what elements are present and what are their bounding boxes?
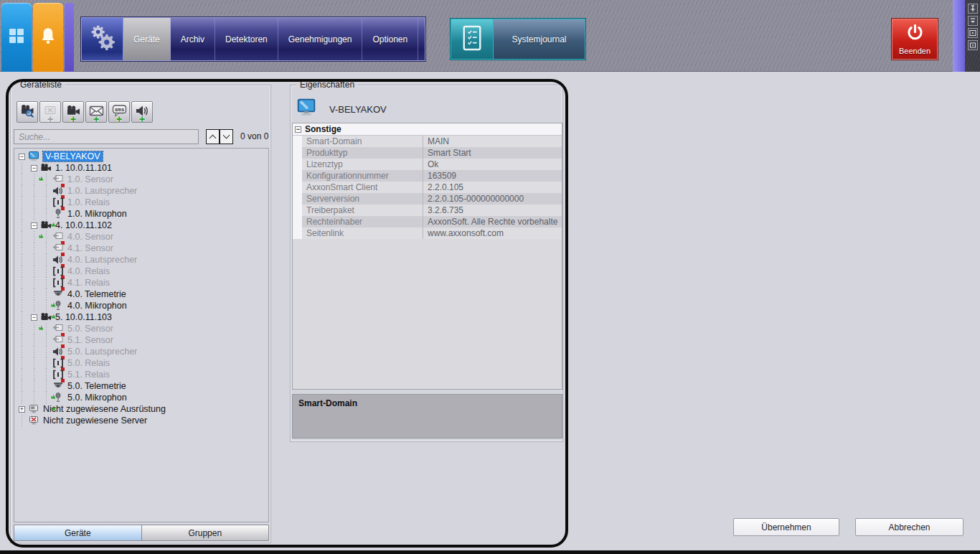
tree-item[interactable]: 4.0. Mikrophon	[14, 300, 268, 311]
tree-guide	[28, 208, 40, 220]
tree-item[interactable]: 5.0. Mikrophon	[14, 392, 268, 403]
cancel-button[interactable]: Abbrechen	[855, 518, 963, 536]
server-icon	[296, 98, 316, 120]
tree-item[interactable]: 5.1. Relais	[14, 369, 268, 380]
tab-filler	[418, 18, 425, 60]
bottom-tab-gruppen[interactable]: Gruppen	[142, 525, 270, 541]
tree-item[interactable]: 4.0. Telemetrie	[14, 288, 268, 300]
tree-item[interactable]: −1. 10.0.11.101	[14, 162, 268, 174]
camera-icon	[40, 312, 52, 322]
panel-small-icon[interactable]	[968, 40, 978, 50]
tree-item[interactable]: 5.0. Telemetrie	[14, 380, 268, 392]
tree-item[interactable]: 5.0. Sensor	[14, 323, 268, 334]
property-value[interactable]: MAIN	[423, 136, 562, 147]
tree-item[interactable]: 4.0. Relais	[14, 266, 268, 277]
tree-item[interactable]: 1.0. Sensor	[14, 174, 268, 185]
tree-item[interactable]: 5.0. Lautsprecher	[14, 346, 268, 357]
tree-item-label: 5. 10.0.11.103	[55, 312, 112, 322]
tree-item-label: 1.0. Lautsprecher	[67, 186, 137, 196]
property-value[interactable]: Ok	[423, 159, 562, 170]
expand-icon[interactable]: +	[16, 406, 28, 413]
tab-archiv[interactable]: Archiv	[171, 18, 215, 60]
property-value[interactable]: AxxonSoft. Alle Rechte vorbehalte	[423, 216, 562, 227]
collapse-group-icon[interactable]: −	[295, 126, 301, 133]
property-value[interactable]: 2.2.0.105	[423, 182, 562, 193]
property-value[interactable]: 163509	[423, 170, 562, 182]
tree-item[interactable]: 1.0. Lautsprecher	[14, 185, 268, 197]
add-email-button[interactable]: +	[85, 101, 107, 123]
sidebar-tab-alarms[interactable]	[33, 3, 63, 72]
tree-item-label: Nicht zugewiesene Server	[43, 416, 147, 426]
row-indent	[293, 193, 302, 205]
tree-item-label: 1.0. Mikrophon	[67, 209, 127, 219]
search-next-button[interactable]	[220, 129, 233, 144]
tree-item[interactable]: 4.1. Sensor	[14, 243, 268, 254]
property-label: AxxonSmart Client	[302, 182, 423, 193]
settings-gears-icon	[82, 18, 123, 60]
tree-item[interactable]: 1.0. Relais	[14, 197, 268, 208]
properties-panel: Eigenschaften V-BELYAKOV − Sonstige Smar…	[290, 85, 563, 442]
relay-icon	[52, 278, 64, 288]
tree-item[interactable]: 5.0. Relais	[14, 357, 268, 369]
add-camera-button[interactable]: +	[62, 101, 84, 123]
sidebar-tab-apps[interactable]	[1, 3, 32, 72]
bell-icon	[39, 27, 57, 48]
camera-lg-icon	[66, 105, 81, 119]
window-bottom-edge	[0, 550, 980, 554]
tree-item[interactable]: 4.1. Relais	[14, 277, 268, 288]
microphone-icon	[52, 301, 64, 311]
beenden-label: Beenden	[899, 47, 930, 55]
search-input[interactable]	[14, 129, 199, 144]
active-marker	[39, 228, 44, 233]
property-row: AxxonSmart Client2.2.0.105	[293, 182, 562, 193]
property-value[interactable]: www.axxonsoft.com	[423, 227, 562, 239]
device-list-title: Geräteliste	[17, 80, 65, 90]
tree-item[interactable]: Nicht zugewiesene Server	[14, 415, 268, 426]
device-tree: −V-BELYAKOV−1. 10.0.11.1011.0. Sensor1.0…	[14, 148, 269, 522]
property-group-header[interactable]: − Sonstige	[293, 123, 562, 136]
device-list-panel: Geräteliste +++sms++ 0 von 0 −V-BELYAKOV…	[10, 85, 271, 543]
tree-item[interactable]: −V-BELYAKOV	[14, 151, 268, 162]
tree-item[interactable]: 4.0. Lautsprecher	[14, 254, 268, 266]
pin-icon[interactable]	[968, 4, 978, 14]
sensor-icon	[52, 174, 64, 184]
search-row: 0 von 0	[14, 129, 269, 145]
property-value[interactable]: 2.2.0.105-000000000000	[423, 193, 562, 205]
tree-guide	[16, 357, 28, 369]
tree-guide	[16, 380, 28, 392]
property-value[interactable]: Smart Start	[423, 147, 562, 159]
search-devices-button[interactable]	[17, 101, 38, 123]
tree-guide	[16, 208, 28, 220]
panel-right-icon[interactable]	[968, 28, 978, 38]
accent-strip	[65, 3, 74, 72]
tree-guide	[16, 162, 28, 174]
beenden-button[interactable]: Beenden	[892, 19, 938, 60]
tree-item[interactable]: 5.1. Sensor	[14, 334, 268, 346]
tab-geraete[interactable]: Geräte	[123, 18, 171, 60]
bottom-tab-geraete[interactable]: Geräte	[14, 525, 142, 541]
power-icon	[905, 23, 925, 45]
equipment-icon	[28, 404, 39, 414]
property-description: Smart-Domain	[292, 394, 562, 438]
tree-item[interactable]: 1.0. Mikrophon	[14, 208, 268, 220]
row-indent	[293, 159, 302, 170]
collapse-icon[interactable]	[968, 16, 978, 26]
server-x-icon	[28, 416, 39, 426]
monitor-icon	[28, 151, 39, 161]
tree-guide	[16, 392, 28, 403]
tab-optionen[interactable]: Optionen	[362, 18, 418, 60]
add-speaker-button[interactable]: +	[131, 101, 153, 123]
add-sms-button[interactable]: sms+	[108, 101, 130, 123]
apply-button[interactable]: Übernehmen	[733, 518, 839, 536]
tree-item[interactable]: 4.0. Sensor	[14, 231, 268, 243]
tab-detektoren[interactable]: Detektoren	[215, 18, 278, 60]
box-x-icon	[43, 105, 57, 119]
relay-icon	[52, 370, 64, 380]
tree-item-label: 1.0. Sensor	[67, 174, 113, 184]
property-value[interactable]: 3.2.6.735	[423, 205, 562, 216]
search-prev-button[interactable]	[206, 129, 220, 144]
collapse-icon[interactable]: −	[16, 154, 28, 160]
top-bar: GeräteArchivDetektorenGenehmigungenOptio…	[0, 0, 980, 72]
tab-genehmigungen[interactable]: Genehmigungen	[278, 18, 363, 60]
systemjournal-button[interactable]: Systemjournal	[451, 19, 585, 60]
